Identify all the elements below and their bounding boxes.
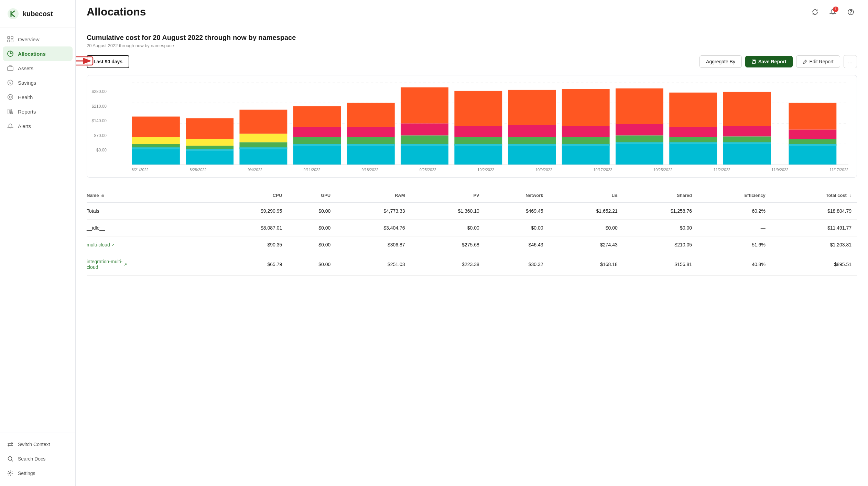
cell-efficiency: 60.2% xyxy=(697,202,771,220)
cell-pv: $0.00 xyxy=(410,220,485,236)
svg-rect-42 xyxy=(293,146,341,165)
col-network: Network xyxy=(485,189,549,202)
col-cpu: CPU xyxy=(213,189,287,202)
sidebar-item-search-docs[interactable]: Search Docs xyxy=(0,452,75,466)
svg-point-16 xyxy=(8,457,12,461)
cell-total-cost: $1,203.81 xyxy=(771,236,857,253)
svg-rect-84 xyxy=(239,147,287,149)
cell-shared: $0.00 xyxy=(623,220,697,236)
cell-pv: $275.68 xyxy=(410,236,485,253)
svg-rect-89 xyxy=(508,144,556,146)
cell-name[interactable]: integration-multi-cloud ↗ xyxy=(87,253,213,276)
col-efficiency: Efficiency xyxy=(697,189,771,202)
chart-svg xyxy=(132,82,848,165)
svg-rect-88 xyxy=(454,144,502,146)
x-label-0: 8/21/2022 xyxy=(132,168,149,172)
help-icon xyxy=(847,9,854,15)
svg-rect-78 xyxy=(789,146,836,165)
svg-rect-15 xyxy=(10,112,13,114)
col-gpu: GPU xyxy=(287,189,336,202)
cell-shared: $1,258.76 xyxy=(623,202,697,220)
save-report-button[interactable]: Save Report xyxy=(745,56,793,67)
svg-rect-36 xyxy=(186,139,234,146)
y-label-4: $0.00 xyxy=(96,148,107,152)
cell-name[interactable]: multi-cloud ↗ xyxy=(87,236,213,253)
y-label-1: $210.00 xyxy=(92,104,107,109)
table-header: Name CPU GPU RAM PV Network LB Shared Ef… xyxy=(87,189,857,202)
logo-container: kubecost xyxy=(0,0,75,28)
help-button[interactable] xyxy=(845,6,857,18)
svg-rect-48 xyxy=(347,127,395,137)
cell-total-cost: $18,804.79 xyxy=(771,202,857,220)
content-area: Cumulative cost for 20 August 2022 throu… xyxy=(76,24,868,285)
external-link-icon: ↗ xyxy=(111,243,115,247)
svg-rect-37 xyxy=(186,118,234,139)
sidebar-item-allocations-label: Allocations xyxy=(18,51,46,57)
x-label-2: 9/4/2022 xyxy=(248,168,262,172)
sidebar-item-savings[interactable]: $ Savings xyxy=(0,75,75,90)
chart-container: $280.00 $210.00 $140.00 $70.00 $0.00 xyxy=(87,75,857,178)
integration-multi-cloud-link[interactable]: integration-multi-cloud ↗ xyxy=(87,259,208,270)
x-label-6: 10/2/2022 xyxy=(477,168,494,172)
x-label-12: 11/17/2022 xyxy=(829,168,848,172)
col-total-cost[interactable]: Total cost ↓ xyxy=(771,189,857,202)
col-name: Name xyxy=(87,189,213,202)
cell-lb: $168.18 xyxy=(549,253,623,276)
edit-icon xyxy=(803,59,807,64)
name-info-dot xyxy=(101,194,104,197)
sort-desc-icon: ↓ xyxy=(849,193,852,198)
refresh-button[interactable] xyxy=(809,6,821,18)
sidebar-item-settings[interactable]: Settings xyxy=(0,466,75,480)
sidebar-item-alerts[interactable]: Alerts xyxy=(0,119,75,133)
sidebar-item-savings-label: Savings xyxy=(18,80,36,86)
aggregate-by-button[interactable]: Aggregate By xyxy=(699,55,742,68)
controls-row: Last 90 days Aggregate By Save Report xyxy=(87,55,857,68)
assets-icon xyxy=(7,65,14,72)
cell-lb: $1,652.21 xyxy=(549,202,623,220)
cell-network: $0.00 xyxy=(485,220,549,236)
sidebar-item-health[interactable]: Health xyxy=(0,90,75,104)
svg-rect-34 xyxy=(186,151,234,165)
svg-rect-3 xyxy=(8,40,10,42)
svg-rect-76 xyxy=(723,126,771,136)
cell-lb: $274.43 xyxy=(549,236,623,253)
svg-rect-66 xyxy=(616,144,663,165)
cell-ram: $4,773.33 xyxy=(336,202,410,220)
sidebar-item-switch-context[interactable]: Switch Context xyxy=(0,437,75,452)
cell-lb: $0.00 xyxy=(549,220,623,236)
sidebar-item-health-label: Health xyxy=(18,94,33,100)
multi-cloud-link[interactable]: multi-cloud ↗ xyxy=(87,242,208,247)
cell-gpu: $0.00 xyxy=(287,202,336,220)
sidebar-item-allocations[interactable]: Allocations xyxy=(3,46,73,61)
more-options-button[interactable]: ... xyxy=(844,55,857,68)
sidebar-item-assets[interactable]: Assets xyxy=(0,61,75,75)
svg-point-9 xyxy=(8,95,13,100)
sidebar-item-overview[interactable]: Overview xyxy=(0,32,75,46)
top-bar: Allocations 1 xyxy=(76,0,868,24)
external-link-icon-2: ↗ xyxy=(124,262,127,267)
sidebar: kubecost Overview Allocatio xyxy=(0,0,76,486)
notifications-button[interactable]: 1 xyxy=(827,6,839,18)
col-shared: Shared xyxy=(623,189,697,202)
svg-rect-58 xyxy=(508,146,556,165)
cell-ram: $3,404.76 xyxy=(336,220,410,236)
table-body: Totals $9,290.95 $0.00 $4,773.33 $1,360.… xyxy=(87,202,857,276)
page-title: Allocations xyxy=(87,6,146,18)
svg-rect-38 xyxy=(239,149,287,165)
x-label-1: 8/28/2022 xyxy=(190,168,207,172)
settings-icon xyxy=(7,470,14,477)
edit-report-label: Edit Report xyxy=(810,59,834,64)
x-label-7: 10/9/2022 xyxy=(535,168,552,172)
svg-rect-91 xyxy=(616,142,663,144)
sidebar-item-switch-context-label: Switch Context xyxy=(18,442,50,447)
sidebar-item-search-docs-label: Search Docs xyxy=(18,456,45,462)
cell-efficiency: 40.8% xyxy=(697,253,771,276)
svg-rect-83 xyxy=(186,149,234,151)
edit-report-button[interactable]: Edit Report xyxy=(796,55,840,68)
svg-rect-1 xyxy=(8,36,10,39)
health-icon xyxy=(7,94,14,101)
top-bar-actions: 1 xyxy=(809,6,857,18)
svg-rect-64 xyxy=(562,126,610,137)
sidebar-item-reports[interactable]: Reports xyxy=(0,104,75,119)
right-controls: Aggregate By Save Report Edit Report xyxy=(699,55,857,68)
